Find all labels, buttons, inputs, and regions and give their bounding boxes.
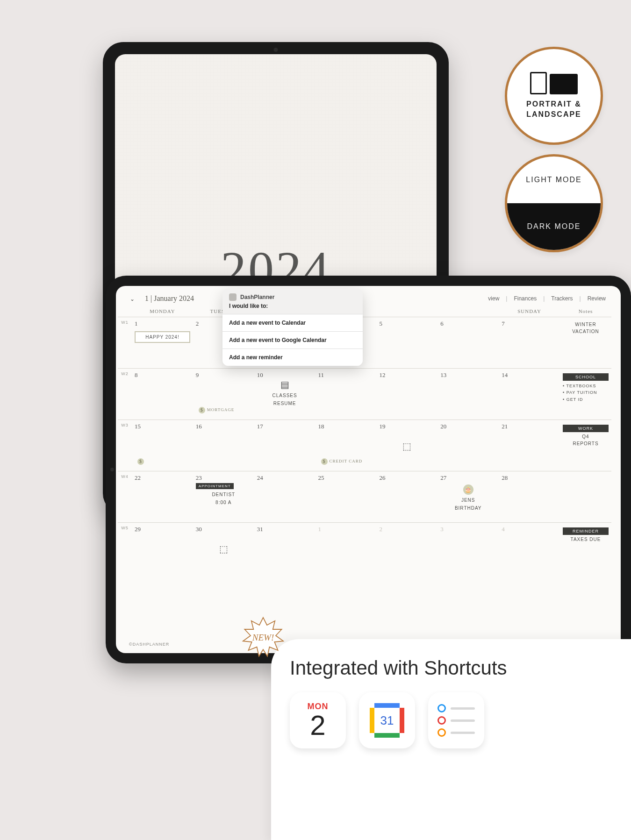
- calendar-cell[interactable]: 29: [132, 523, 193, 574]
- calendar-cell[interactable]: 26: [376, 471, 437, 522]
- shortcuts-title: Integrated with Shortcuts: [290, 657, 612, 679]
- day-number: 30: [196, 526, 251, 533]
- nav-link[interactable]: Finances: [513, 295, 538, 302]
- note-heading: SCHOOL: [563, 373, 609, 381]
- orientation-line2: LANDSCAPE: [526, 110, 581, 118]
- notes-header: Notes: [560, 308, 611, 314]
- calendar-cell[interactable]: 27🎂JENSBIRTHDAY: [437, 471, 499, 522]
- nav-link[interactable]: Review: [587, 295, 607, 302]
- week-label: W3: [118, 420, 132, 471]
- calendar-cell[interactable]: 3: [437, 523, 499, 574]
- event-box: HAPPY 2024!: [135, 331, 190, 343]
- weekday-label: [376, 308, 437, 314]
- calendar-cell[interactable]: 11: [316, 369, 377, 420]
- dollar-icon: $: [199, 407, 205, 413]
- note-heading: WORK: [563, 425, 609, 432]
- calendar-cell[interactable]: 8: [132, 369, 193, 420]
- day-number: 31: [257, 526, 313, 533]
- calendar-cell[interactable]: 18$CREDIT CARD: [316, 420, 377, 471]
- calendar-cell[interactable]: 6: [437, 317, 499, 368]
- box-icon: ⬚: [196, 543, 251, 555]
- popup-app-name: DashPlanner: [240, 294, 274, 300]
- calendar-cell[interactable]: 16: [193, 420, 254, 471]
- appointment-tag: APPOINTMENT: [196, 483, 234, 489]
- gcal-num: 31: [374, 707, 400, 733]
- money-pill: $MORTGAGE: [196, 406, 237, 414]
- calendar-cell[interactable]: 14: [499, 369, 560, 420]
- day-number: 4: [502, 526, 557, 533]
- money-pill: $: [135, 457, 149, 466]
- calendar-cell[interactable]: 23APPOINTMENTDENTIST8:00 A: [193, 471, 254, 522]
- day-number: 3: [440, 526, 496, 533]
- popup-option[interactable]: Add a new reminder: [222, 349, 363, 366]
- light-mode-label: LIGHT MODE: [507, 157, 601, 203]
- shortcuts-panel: Integrated with Shortcuts MON 2 31: [271, 639, 631, 840]
- notes-cell[interactable]: WORKQ4REPORTS: [560, 420, 611, 471]
- day-number: 1: [318, 526, 374, 533]
- week-label: W1: [118, 317, 132, 368]
- planner-nav: view|Finances|Trackers|Review: [487, 295, 607, 302]
- day-number: 24: [257, 474, 313, 482]
- book-icon: ▤: [257, 379, 313, 390]
- mode-badge: LIGHT MODE DARK MODE: [505, 154, 603, 252]
- reminders-icon: [428, 692, 484, 748]
- week-label: W5: [118, 523, 132, 574]
- calendar-week-row: W42223APPOINTMENTDENTIST8:00 A24252627🎂J…: [118, 471, 611, 522]
- day-number: 9: [196, 371, 251, 379]
- box-icon: ⬚: [379, 441, 435, 452]
- calendar-cell[interactable]: 17: [254, 420, 316, 471]
- day-number: 28: [502, 474, 557, 482]
- calendar-cell[interactable]: 4: [499, 523, 560, 574]
- new-label: NEW!: [252, 633, 274, 643]
- planner-month-view: ⌄ 1 | January 2024 view|Finances|Tracker…: [116, 286, 621, 653]
- calendar-cell[interactable]: 15$: [132, 420, 193, 471]
- orientation-icon: [530, 72, 578, 94]
- calendar-cell[interactable]: 30⬚: [193, 523, 254, 574]
- calendar-grid: W11HAPPY 2024!234567WINTERVACATIONW289$M…: [116, 317, 621, 574]
- dark-mode-label: DARK MODE: [507, 203, 601, 250]
- calendar-cell[interactable]: 1HAPPY 2024!: [132, 317, 193, 368]
- day-number: 17: [257, 423, 313, 430]
- notes-cell[interactable]: [560, 471, 611, 522]
- calendar-cell[interactable]: 13: [437, 369, 499, 420]
- day-number: 2: [379, 526, 435, 533]
- calendar-cell[interactable]: 1: [316, 523, 377, 574]
- nav-link[interactable]: Trackers: [550, 295, 574, 302]
- calendar-cell[interactable]: 9$MORTGAGE: [193, 369, 254, 420]
- calendar-cell[interactable]: 25: [316, 471, 377, 522]
- new-starburst: NEW!: [242, 617, 284, 659]
- notes-cell[interactable]: WINTERVACATION: [560, 317, 611, 368]
- weekday-label: [437, 308, 499, 314]
- shortcut-popup: DashPlanner I would like to: Add a new e…: [222, 289, 363, 366]
- day-number: 25: [318, 474, 374, 482]
- calendar-cell[interactable]: 28: [499, 471, 560, 522]
- popup-option[interactable]: Add a new event to Google Calendar: [222, 331, 363, 349]
- notes-cell[interactable]: SCHOOL• TEXTBOOKS• PAY TUITION• GET ID: [560, 369, 611, 420]
- calendar-week-row: W289$MORTGAGE10▤CLASSESRESUME11121314SCH…: [118, 368, 611, 420]
- popup-option[interactable]: Add a new event to Calendar: [222, 314, 363, 331]
- calendar-cell[interactable]: 20: [437, 420, 499, 471]
- day-number: 19: [379, 423, 435, 430]
- day-number: 12: [379, 371, 435, 379]
- calendar-cell[interactable]: 31: [254, 523, 316, 574]
- calendar-cell[interactable]: 24: [254, 471, 316, 522]
- calendar-cell[interactable]: 2: [376, 523, 437, 574]
- orientation-badge: PORTRAIT &LANDSCAPE: [505, 47, 603, 145]
- collapse-icon[interactable]: ⌄: [130, 296, 135, 302]
- dollar-icon: $: [321, 458, 328, 465]
- calendar-cell[interactable]: 5: [376, 317, 437, 368]
- calendar-cell[interactable]: 10▤CLASSESRESUME: [254, 369, 316, 420]
- calendar-cell[interactable]: 7: [499, 317, 560, 368]
- day-number: 6: [440, 320, 496, 327]
- dollar-icon: $: [137, 458, 144, 465]
- calendar-cell[interactable]: 12: [376, 369, 437, 420]
- calendar-cell[interactable]: 19⬚: [376, 420, 437, 471]
- day-number: 27: [440, 474, 496, 482]
- day-number: 18: [318, 423, 374, 430]
- nav-link[interactable]: view: [487, 295, 500, 302]
- camera-dot: [274, 48, 278, 52]
- calendar-cell[interactable]: 21: [499, 420, 560, 471]
- calendar-cell[interactable]: 22: [132, 471, 193, 522]
- money-pill: $CREDIT CARD: [318, 457, 366, 466]
- notes-cell[interactable]: REMINDERTAXES DUE: [560, 523, 611, 574]
